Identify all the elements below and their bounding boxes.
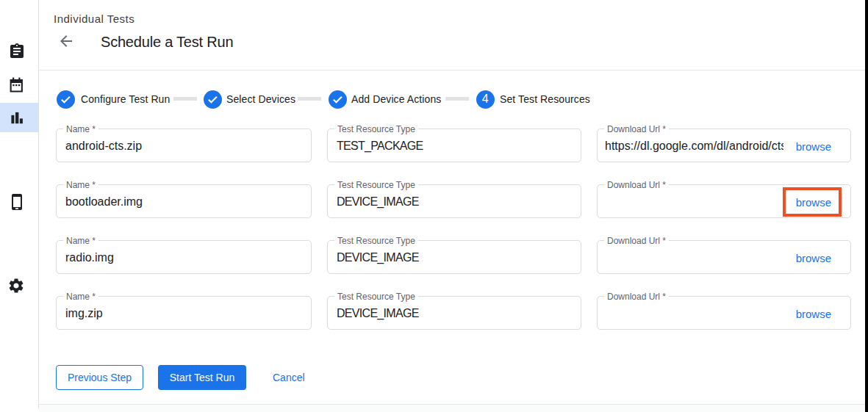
svg-text:4: 4 (482, 92, 489, 105)
